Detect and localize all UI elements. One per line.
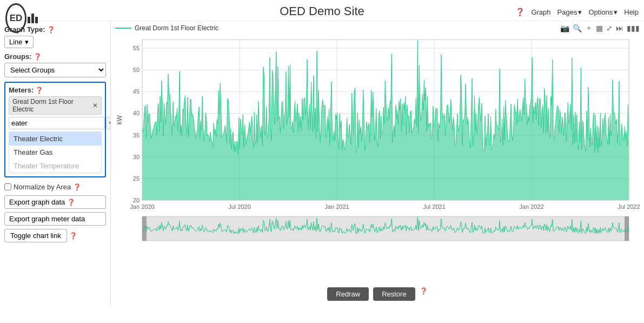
header-nav: ❓ Graph Pages ▾ Options ▾ Help [515, 8, 639, 16]
export-graph-data-help-icon[interactable]: ❓ [67, 199, 75, 206]
graph-type-dropdown[interactable]: Line ▾ [4, 36, 34, 48]
list-item[interactable]: Theater Electric [9, 132, 101, 146]
logo-text: ED [10, 13, 23, 24]
nav-options[interactable]: Options ▾ [588, 8, 618, 16]
redraw-button[interactable]: Redraw [327, 287, 369, 301]
nav-pages[interactable]: Pages ▾ [557, 8, 582, 16]
zoom-in-icon[interactable]: 🔍 [573, 24, 582, 32]
sidebar: Graph Type: ❓ Line ▾ Groups: ❓ Select Gr… [0, 21, 111, 305]
meter-dropdown-button[interactable]: ▾ [106, 117, 111, 129]
toggle-chart-help-icon[interactable]: ❓ [69, 232, 77, 240]
meters-help-icon[interactable]: ❓ [35, 87, 43, 94]
export-meter-data-button[interactable]: Export graph meter data [4, 212, 106, 226]
nav-graph[interactable]: Graph [531, 8, 550, 16]
legend-label: Great Dorm 1st Floor Electric [135, 24, 218, 32]
meter-dropdown-list: Theater Electric Theater Gas Theater Tem… [9, 131, 102, 173]
selected-meter-label: Great Dorm 1st Floor Electric [12, 98, 90, 113]
expand-icon[interactable]: ⤢ [606, 24, 613, 32]
main-chart[interactable] [115, 34, 640, 262]
bar-chart-icon[interactable]: ▮▮▮ [627, 24, 640, 32]
meter-search-input[interactable] [9, 117, 105, 129]
normalize-label: Normalize by Area [14, 183, 71, 191]
bottom-buttons: Redraw Restore ❓ [115, 284, 640, 303]
page-title: OED Demo Site [280, 4, 364, 18]
nav-help[interactable]: Help [624, 8, 639, 16]
meter-input-row: ▾ [9, 117, 102, 129]
camera-icon[interactable]: 📷 [560, 24, 569, 32]
meters-label: Meters: ❓ [9, 86, 102, 94]
groups-help-icon[interactable]: ❓ [34, 53, 42, 61]
normalize-checkbox[interactable] [4, 183, 11, 190]
graph-type-help-icon[interactable]: ❓ [47, 26, 55, 34]
chart-area: Great Dorm 1st Floor Electric 📷 🔍 ＋ ▦ ⤢ … [111, 21, 644, 305]
chart-tools: 📷 🔍 ＋ ▦ ⤢ ⏭ ▮▮▮ [560, 23, 640, 33]
meters-section: Meters: ❓ Great Dorm 1st Floor Electric … [4, 82, 106, 177]
normalize-row: Normalize by Area ❓ [4, 183, 106, 191]
logo: ED [5, 3, 38, 33]
remove-meter-button[interactable]: ✕ [92, 102, 98, 109]
toggle-chart-link-button[interactable]: Toggle chart link [4, 229, 67, 242]
skip-icon[interactable]: ⏭ [616, 24, 623, 32]
options-chevron-icon: ▾ [614, 8, 618, 16]
export-graph-data-button[interactable]: Export graph data ❓ [4, 195, 106, 209]
graph-type-chevron-icon: ▾ [25, 38, 29, 46]
restore-button[interactable]: Restore [373, 287, 415, 301]
list-item[interactable]: Theater Temperature [9, 159, 101, 173]
normalize-help-icon[interactable]: ❓ [73, 183, 81, 191]
selected-meter-tag: Great Dorm 1st Floor Electric ✕ [9, 96, 102, 115]
plus-icon[interactable]: ＋ [585, 23, 593, 33]
groups-section: Groups: ❓ Select Groups [4, 52, 106, 77]
legend-line [115, 28, 131, 29]
header: ED OED Demo Site ❓ Graph Pages ▾ Options… [0, 0, 644, 21]
groups-label: Groups: ❓ [4, 52, 106, 61]
chart-legend: Great Dorm 1st Floor Electric [115, 24, 218, 32]
chart-header: Great Dorm 1st Floor Electric 📷 🔍 ＋ ▦ ⤢ … [115, 23, 640, 33]
logo-circle: ED [5, 3, 26, 33]
graph-help-icon[interactable]: ❓ [515, 8, 525, 16]
main-layout: Graph Type: ❓ Line ▾ Groups: ❓ Select Gr… [0, 21, 644, 305]
chart-container [115, 34, 640, 284]
pages-chevron-icon: ▾ [578, 8, 582, 16]
grid-icon[interactable]: ▦ [596, 24, 603, 32]
groups-select[interactable]: Select Groups [4, 63, 106, 77]
bottom-help-icon[interactable]: ❓ [420, 287, 428, 301]
list-item[interactable]: Theater Gas [9, 146, 101, 159]
